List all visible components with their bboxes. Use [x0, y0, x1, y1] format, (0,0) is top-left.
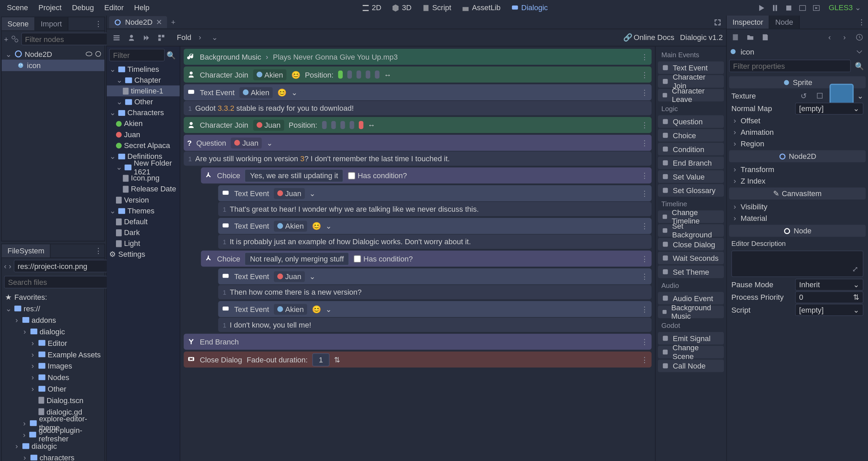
event-picker-item[interactable]: Background Music [658, 306, 724, 318]
event-picker-item[interactable]: Text Event [658, 61, 724, 74]
resource-item[interactable]: Dark [107, 227, 180, 238]
visibility-icon[interactable] [85, 50, 93, 58]
event-picker-item[interactable]: Character Leave [658, 89, 724, 101]
event-menu[interactable]: ⋮ [641, 88, 648, 97]
position-selector[interactable] [322, 121, 363, 129]
inspector-node-name[interactable]: icon [741, 47, 850, 56]
event-menu[interactable]: ⋮ [641, 171, 648, 180]
workspace-dialogic[interactable]: Dialogic [506, 1, 552, 14]
event-text-3[interactable]: Text Event Akien 😊 ⌄ ⋮ [218, 218, 651, 234]
timeline-tool-3[interactable] [140, 31, 153, 44]
chevron-down-icon[interactable]: ⌄ [267, 139, 273, 147]
insp-visibility[interactable]: ›Visibility [729, 201, 866, 212]
scene-root-node[interactable]: ⌄ Node2D [2, 48, 104, 60]
new-tab-button[interactable]: + [167, 16, 179, 28]
event-picker-item[interactable]: Set Glossary [658, 184, 724, 196]
close-tab-icon[interactable]: ✕ [156, 18, 162, 26]
chevron-down-icon[interactable]: ⌄ [326, 222, 332, 230]
fs-item[interactable]: ›Other [2, 383, 104, 395]
menu-project[interactable]: Project [34, 1, 66, 14]
resource-item[interactable]: Akien [107, 118, 180, 129]
new-resource-button[interactable] [729, 31, 742, 43]
fs-item[interactable]: ›godot-plugin-refresher [2, 429, 104, 440]
chevron-down-icon[interactable]: ⌄ [326, 305, 332, 313]
spinner-icon[interactable]: ⇅ [334, 355, 340, 364]
renderer-selector[interactable]: GLES3 ⌄ [824, 1, 866, 14]
instance-scene-button[interactable] [11, 33, 19, 45]
scene-panel-menu[interactable]: ⋮ [92, 17, 104, 30]
event-menu[interactable]: ⋮ [641, 305, 648, 313]
menu-help[interactable]: Help [130, 1, 154, 14]
event-menu[interactable]: ⋮ [641, 189, 648, 197]
event-character-join-1[interactable]: Character Join Akien 😊 Position: ↔ ⋮ [184, 66, 652, 82]
resource-item[interactable]: ⌄Themes [107, 205, 180, 216]
event-picker-item[interactable]: Set Background [658, 224, 724, 237]
filesystem-tab[interactable]: FileSystem [2, 244, 51, 257]
fs-forward-button[interactable]: › [9, 260, 11, 272]
event-menu[interactable]: ⋮ [641, 355, 648, 364]
fs-favorites[interactable]: ★Favorites: [2, 291, 104, 303]
resource-item[interactable]: Secret Alpaca [107, 140, 180, 151]
event-picker-item[interactable]: Wait Seconds [658, 252, 724, 264]
add-node-button[interactable]: + [4, 33, 8, 45]
open-scene-tab[interactable]: Node2D ✕ [109, 16, 167, 28]
question-body[interactable]: 1Are you still working on version 3? I d… [184, 151, 652, 166]
expand-icon[interactable]: ⌄ [5, 49, 12, 58]
inspector-expand-icon[interactable] [853, 45, 866, 58]
event-picker-item[interactable]: Set Theme [658, 266, 724, 278]
fold-button[interactable]: Fold [177, 33, 191, 42]
distraction-free-button[interactable] [711, 16, 724, 28]
event-picker-item[interactable]: Change Scene [658, 346, 724, 358]
import-tab[interactable]: Import [35, 17, 68, 30]
filesystem-menu[interactable]: ⋮ [92, 244, 104, 257]
resource-item[interactable]: Juan [107, 129, 180, 140]
event-picker-item[interactable]: End Branch [658, 156, 724, 169]
resource-filter-input[interactable] [109, 49, 165, 61]
fs-back-button[interactable]: ‹ [4, 260, 6, 272]
text-event-body[interactable]: 1Then how come there is a new version? [218, 285, 651, 299]
inspector-filter-input[interactable] [729, 60, 851, 72]
event-picker-item[interactable]: Question [658, 115, 724, 128]
insp-region[interactable]: ›Region [729, 138, 866, 149]
event-text-5[interactable]: Text Event Akien 😊 ⌄ ⋮ [218, 301, 651, 317]
event-text-4[interactable]: Text Event Juan ⌄ ⋮ [218, 268, 651, 284]
resource-item[interactable]: ⌄New Folder 1621 [107, 162, 180, 172]
fs-item[interactable]: Dialog.tscn [2, 395, 104, 406]
history-forward[interactable]: › [838, 31, 851, 43]
text-event-body[interactable]: 1That's great to hear! I wonder why we a… [218, 202, 651, 216]
scene-child-node[interactable]: icon [2, 60, 104, 71]
node-tab[interactable]: Node [770, 16, 800, 29]
event-picker-item[interactable]: Close Dialog [658, 238, 724, 251]
event-picker-item[interactable]: Set Value [658, 170, 724, 183]
position-selector[interactable] [338, 70, 379, 79]
event-choice-2[interactable]: Choice Not really, only merging stuff Ha… [201, 251, 652, 267]
event-picker-item[interactable]: Choice [658, 129, 724, 142]
inspector-tab[interactable]: Inspector [727, 16, 769, 29]
pausemode-dropdown[interactable]: Inherit⌄ [795, 278, 863, 291]
fold-dropdown[interactable]: ⌄ [209, 31, 221, 44]
insp-transform[interactable]: ›Transform [729, 163, 866, 175]
fs-item[interactable]: ›Nodes [2, 372, 104, 383]
fs-search-input[interactable] [4, 276, 108, 288]
pause-button[interactable] [769, 1, 782, 14]
event-picker-item[interactable]: Emit Signal [658, 332, 724, 344]
lock-icon[interactable] [94, 50, 102, 58]
save-resource-button[interactable] [759, 31, 771, 43]
play-scene-button[interactable] [796, 1, 809, 14]
choice-text-input[interactable]: Not really, only merging stuff [245, 252, 349, 265]
resource-item[interactable]: Default [107, 216, 180, 227]
insp-section-node[interactable]: Node [729, 225, 866, 237]
timeline-tool-1[interactable] [110, 31, 123, 44]
event-menu[interactable]: ⋮ [641, 139, 648, 147]
fs-item[interactable]: ›Editor [2, 337, 104, 349]
timeline-tool-2[interactable] [125, 31, 138, 44]
choice-text-input[interactable]: Yes, we are still updating it [245, 169, 343, 182]
insp-offset[interactable]: ›Offset [729, 115, 866, 126]
event-menu[interactable]: ⋮ [641, 254, 648, 263]
timeline-tool-4[interactable] [155, 31, 167, 44]
fs-item[interactable]: ›addons [2, 314, 104, 326]
mirror-icon[interactable]: ↔ [368, 121, 375, 129]
stop-button[interactable] [783, 1, 795, 14]
event-end-branch[interactable]: End Branch ⋮ [184, 334, 652, 350]
texture-revert[interactable]: ↺ [797, 89, 810, 102]
